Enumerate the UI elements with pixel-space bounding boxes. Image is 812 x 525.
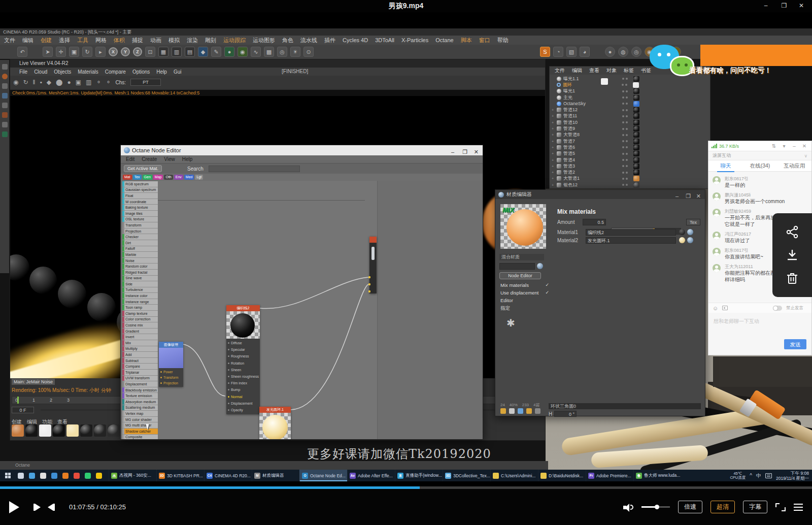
mix-material-node[interactable] xyxy=(369,237,377,293)
expand-icon[interactable]: + xyxy=(552,127,557,130)
node-type-item[interactable]: Texture emission xyxy=(122,393,158,399)
material-tag-icon[interactable] xyxy=(633,182,639,188)
node-port[interactable]: Opacity xyxy=(226,407,260,413)
material-channel-item[interactable]: 指定 xyxy=(500,305,549,313)
dock-icon-8[interactable] xyxy=(2,132,8,137)
material-manager-tab[interactable]: 编辑 xyxy=(27,419,37,424)
node-editor-menu-item[interactable]: Help xyxy=(182,156,193,162)
node-type-item[interactable]: Transform xyxy=(122,222,158,228)
visibility-dots[interactable] xyxy=(622,184,633,186)
visibility-dots[interactable] xyxy=(622,165,633,167)
close-icon[interactable]: ✕ xyxy=(696,191,701,201)
object-row[interactable]: 圆环 xyxy=(550,82,710,88)
node-type-item[interactable]: Turbulence xyxy=(122,287,158,293)
node-port[interactable]: Specular xyxy=(226,346,260,353)
material-manager-tab[interactable]: 查看 xyxy=(57,419,67,424)
node-type-item[interactable]: Invert xyxy=(122,334,158,340)
minimize-icon[interactable]: – xyxy=(675,191,679,201)
node-type-item[interactable]: RGB spectrum xyxy=(122,181,158,187)
material-channel-item[interactable]: Use displacement ✓ xyxy=(500,290,549,298)
node-port[interactable]: Normal xyxy=(226,393,260,400)
visibility-dots[interactable] xyxy=(622,84,633,86)
pinned-app-icon[interactable] xyxy=(60,470,71,481)
emission-node[interactable]: 发光圆环.1 xyxy=(259,407,291,439)
expand-icon[interactable]: + xyxy=(552,114,557,118)
expand-icon[interactable]: + xyxy=(552,152,557,155)
chat-input[interactable]: 想和老师聊一下互动 xyxy=(714,318,759,325)
image-texture-node[interactable]: 图像纹理 PowerTransformProjection xyxy=(159,342,183,387)
object-row[interactable]: + 管道11 xyxy=(550,113,710,119)
expand-icon[interactable]: + xyxy=(552,183,557,187)
expand-icon[interactable]: + xyxy=(552,158,557,162)
grid-icon[interactable] xyxy=(535,408,540,414)
object-manager-menu-item[interactable]: 标签 xyxy=(624,67,634,74)
object-row[interactable]: 主光 xyxy=(550,94,710,101)
pinned-app-icon[interactable] xyxy=(38,470,49,481)
node-type-item[interactable]: MG multi shader xyxy=(122,422,158,429)
object-name[interactable]: 管道12 xyxy=(563,107,622,113)
material-tag-icon[interactable] xyxy=(633,82,639,88)
spline-icon[interactable]: ∿ xyxy=(251,47,261,57)
taskbar-app[interactable]: 杰 杰视网 - 360安... xyxy=(109,470,156,481)
mix-node-header[interactable] xyxy=(369,237,377,243)
subtitle-button[interactable]: 字幕 xyxy=(743,501,767,513)
object-name[interactable]: 银色12 xyxy=(563,182,622,188)
pause-icon[interactable]: ‖ xyxy=(33,79,36,86)
folder-icon[interactable] xyxy=(526,408,532,414)
tag-icon[interactable]: ⊙ xyxy=(303,47,314,57)
material-thumbnail[interactable] xyxy=(53,424,65,437)
node-type-item[interactable]: Shadow catcher xyxy=(122,429,158,435)
dock-icon-5[interactable] xyxy=(2,103,8,108)
object-manager-menu-item[interactable]: 文件 xyxy=(555,67,565,74)
material-thumbnail[interactable] xyxy=(25,424,38,437)
node-type-item[interactable]: Projection xyxy=(122,228,158,235)
object-name[interactable]: 圆环 xyxy=(563,82,622,88)
node-editor-menu-item[interactable]: View xyxy=(164,156,175,162)
category-chip[interactable]: Med xyxy=(184,175,194,180)
octane-ball-icon[interactable] xyxy=(537,263,543,269)
object-name[interactable]: 管道11 xyxy=(563,113,622,119)
node-type-item[interactable]: Displacement xyxy=(122,381,158,387)
visibility-dots[interactable] xyxy=(622,140,633,142)
object-name[interactable]: 曝光1 xyxy=(563,88,622,94)
speed-button[interactable]: 倍速 xyxy=(678,501,702,513)
category-chip[interactable]: Oth xyxy=(164,175,173,180)
visibility-dots[interactable] xyxy=(622,109,633,111)
octane-ball-icon[interactable] xyxy=(687,237,693,243)
pinned-app-icon[interactable] xyxy=(71,470,82,481)
restart-icon[interactable]: ↻ xyxy=(23,79,28,86)
minimize-icon[interactable]: – xyxy=(790,143,798,149)
tray-expand-icon[interactable]: ^ xyxy=(750,473,752,478)
taskbar-app[interactable]: 3D 3DCollective_Tex... xyxy=(443,470,490,481)
material-node[interactable]: 编织线2 DiffuseSpecularRoughnessRotationShe… xyxy=(226,305,260,414)
object-row[interactable]: + 管道3 xyxy=(550,163,710,169)
expand-icon[interactable]: + xyxy=(552,140,557,143)
node-type-item[interactable]: Image tiles xyxy=(122,211,158,217)
material-name-input[interactable] xyxy=(499,263,535,270)
object-row[interactable]: OctaneSky xyxy=(550,101,710,107)
node-port[interactable]: Projection xyxy=(159,380,183,386)
object-name[interactable]: 管道2 xyxy=(563,169,622,176)
x-axis-icon[interactable]: X xyxy=(109,47,118,56)
object-name[interactable]: 管道6 xyxy=(563,144,622,151)
ime-language[interactable]: 中 xyxy=(756,472,761,479)
material-tag-icon[interactable] xyxy=(633,151,639,156)
chat-tab[interactable]: 在线(34) xyxy=(743,162,777,170)
object-row[interactable]: + 管道6 xyxy=(550,144,710,150)
c4d-menu-item[interactable]: 捕捉 xyxy=(132,37,143,44)
cloner-icon[interactable]: ◉ xyxy=(238,47,248,57)
material-tag-icon[interactable] xyxy=(633,88,639,94)
chs-dropdown[interactable]: PT xyxy=(130,79,161,86)
c4d-menu-item[interactable]: 模拟 xyxy=(168,37,180,44)
cursor-icon[interactable]: ➤ xyxy=(43,47,53,57)
node-type-item[interactable]: MG color shader xyxy=(122,417,158,423)
category-chip[interactable]: Env xyxy=(174,175,183,180)
node-type-item[interactable]: Gradient xyxy=(122,329,158,335)
fullscreen-icon[interactable] xyxy=(775,503,786,511)
object-manager-menu-item[interactable]: 查看 xyxy=(589,67,599,74)
live-viewer-menu-item[interactable]: Materials xyxy=(78,69,98,75)
category-chip[interactable]: Lgt xyxy=(195,175,203,180)
emission-node-header[interactable]: 发光圆环.1 xyxy=(259,407,291,413)
power-icon[interactable]: ◉ xyxy=(13,79,18,86)
ball-icon[interactable]: ● xyxy=(67,79,71,86)
